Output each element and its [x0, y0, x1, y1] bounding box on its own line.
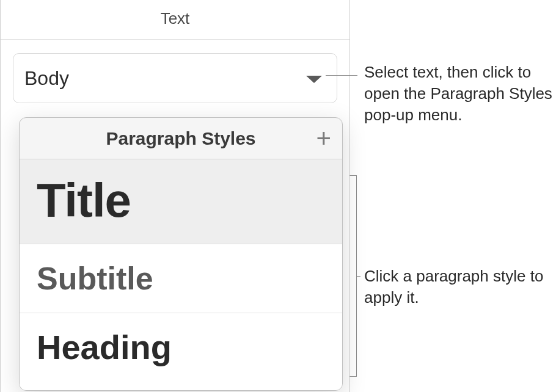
panel-header: Text — [1, 0, 349, 40]
style-list: Title Subtitle Heading — [20, 159, 342, 391]
callout-bracket — [349, 175, 357, 377]
text-panel: Text Body Paragraph Styles + Title Subti… — [0, 0, 350, 392]
current-style-label: Body — [24, 67, 69, 90]
chevron-down-icon — [306, 76, 322, 83]
paragraph-styles-popover: Paragraph Styles + Title Subtitle Headin… — [19, 117, 343, 391]
style-label: Title — [37, 173, 131, 227]
callout-selector: Select text, then click to open the Para… — [364, 62, 554, 126]
style-item-heading[interactable]: Heading — [20, 313, 342, 391]
callout-bracket-stem — [357, 276, 360, 277]
style-item-title[interactable]: Title — [20, 159, 342, 244]
popover-header: Paragraph Styles + — [20, 118, 342, 159]
paragraph-style-selector[interactable]: Body — [13, 53, 337, 103]
style-label: Heading — [37, 328, 172, 366]
callout-list: Click a paragraph style to apply it. — [364, 266, 547, 308]
add-style-button[interactable]: + — [316, 126, 331, 151]
style-item-subtitle[interactable]: Subtitle — [20, 244, 342, 313]
panel-header-label: Text — [161, 9, 190, 27]
style-label: Subtitle — [37, 261, 153, 296]
callout-leader-line — [326, 75, 357, 76]
popover-title: Paragraph Styles — [106, 128, 255, 149]
